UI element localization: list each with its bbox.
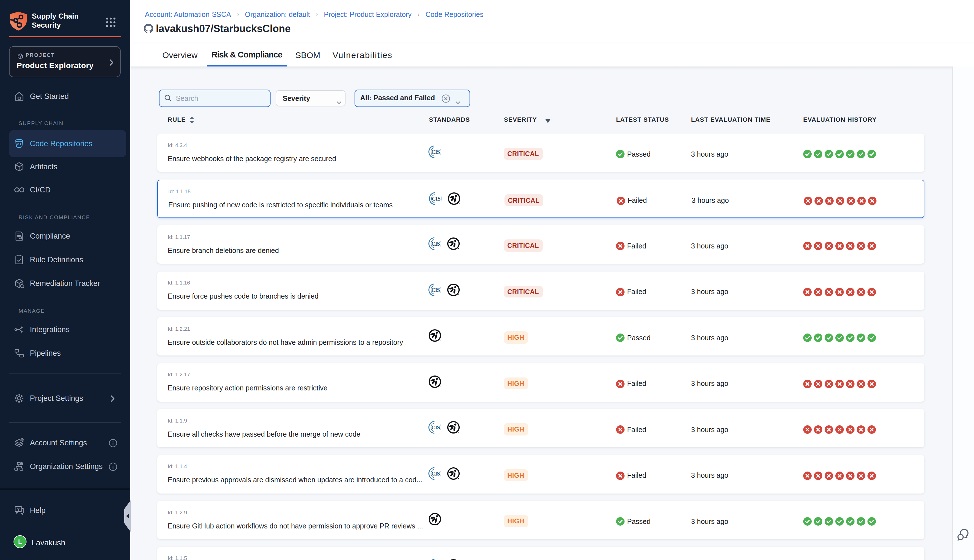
svg-text:CIS: CIS [431, 470, 440, 476]
svg-text:CIS: CIS [432, 195, 440, 202]
svg-text:CIS: CIS [431, 241, 440, 247]
svg-text:CIS: CIS [431, 425, 440, 430]
svg-text:CIS: CIS [431, 287, 440, 293]
svg-text:?: ? [17, 507, 20, 511]
svg-text:CIS: CIS [431, 149, 440, 155]
